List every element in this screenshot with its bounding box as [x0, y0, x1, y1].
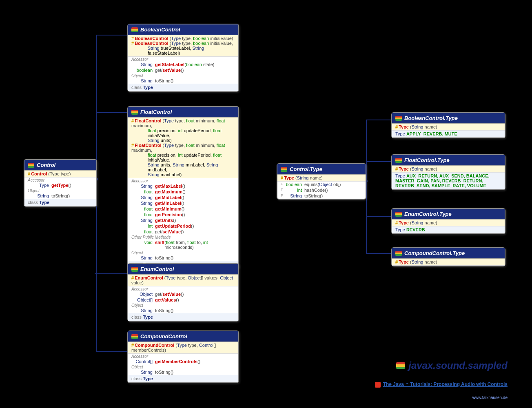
connector	[366, 120, 391, 120]
connector	[366, 253, 391, 254]
class-icon	[395, 116, 402, 121]
class-title: FloatControl	[140, 109, 172, 115]
tutorial-link[interactable]: The Java™ Tutorials: Processing Audio wi…	[375, 381, 508, 388]
class-icon	[395, 251, 402, 256]
class-title: Control.Type	[290, 166, 322, 172]
class-title: EnumControl.Type	[404, 211, 452, 217]
connector	[96, 351, 127, 352]
connector	[366, 216, 391, 217]
class-title: CompoundControl	[140, 333, 187, 339]
watermark: www.falkhausen.de	[472, 395, 508, 400]
connector	[95, 273, 127, 274]
class-icon	[396, 362, 405, 369]
class-enum-control: EnumControl #EnumControl (Type type, Obj…	[127, 263, 239, 322]
connector	[96, 35, 128, 351]
class-float-control: FloatControl #FloatControl (Type type, f…	[127, 106, 239, 269]
class-float-control-type: FloatControl.Type #Type (String name) Ty…	[391, 154, 505, 190]
class-title: FloatControl.Type	[404, 157, 450, 163]
class-icon	[281, 167, 287, 172]
class-enum-control-type: EnumControl.Type #Type (String name) Typ…	[391, 208, 505, 234]
class-icon	[395, 158, 402, 163]
class-boolean-control: BooleanControl #BooleanControl (Type typ…	[127, 24, 239, 92]
class-compound-control-type: CompoundControl.Type #Type (String name)	[391, 247, 505, 266]
class-title: CompoundControl.Type	[404, 250, 465, 256]
connector	[96, 35, 127, 35]
class-compound-control: CompoundControl #CompoundControl (Type t…	[127, 330, 239, 383]
class-control-type: Control.Type #Type (String name) Fboolea…	[277, 163, 366, 200]
class-control: Control #Control (Type type) Accessor Ty…	[24, 159, 97, 207]
class-icon	[28, 163, 34, 168]
package-title: javax.sound.sampled	[396, 360, 508, 371]
class-title: Control	[37, 162, 55, 168]
class-icon	[131, 267, 138, 272]
class-boolean-control-type: BooleanControl.Type #Type (String name) …	[391, 112, 505, 138]
class-title: BooleanControl	[140, 27, 180, 33]
class-icon	[131, 110, 138, 115]
connector	[366, 120, 392, 253]
connector	[96, 112, 127, 113]
class-icon	[131, 27, 138, 32]
oracle-icon	[375, 382, 381, 388]
class-title: EnumControl	[140, 266, 174, 272]
connector	[366, 161, 391, 162]
class-title: BooleanControl.Type	[404, 115, 458, 121]
class-icon	[131, 334, 138, 339]
class-icon	[395, 212, 402, 217]
